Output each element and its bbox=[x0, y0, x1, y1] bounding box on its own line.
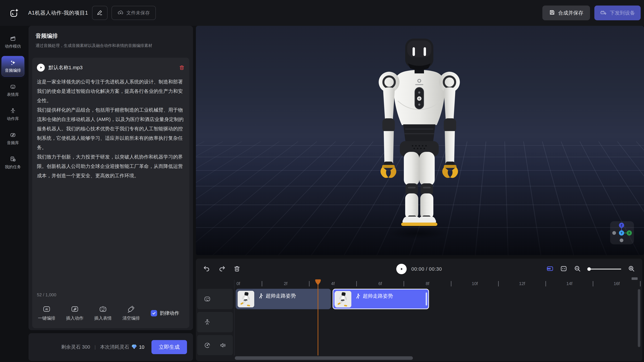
topbar: A1机器人动作-我的项目1 文件未保存 bbox=[0, 0, 644, 26]
axis-y-label: Y bbox=[621, 232, 622, 234]
ruler-mark: 12f bbox=[519, 281, 525, 286]
zoom-in-icon[interactable] bbox=[628, 265, 635, 273]
sidebar-label: 动作库 bbox=[7, 116, 19, 121]
brush-clear-icon bbox=[127, 305, 135, 314]
music-box-icon bbox=[71, 305, 79, 314]
playhead-handle[interactable] bbox=[314, 279, 322, 286]
insert-clip-icon[interactable] bbox=[546, 265, 554, 273]
file-unsaved-label: 文件未保存 bbox=[126, 10, 150, 16]
sidebar-item-expression-library[interactable]: 表情库 bbox=[2, 80, 24, 100]
timeline-zoom-slider[interactable] bbox=[588, 266, 621, 272]
sidebar-item-motion-mimic[interactable]: 动作模仿 bbox=[2, 32, 24, 52]
expand-clip-icon[interactable] bbox=[560, 265, 567, 273]
ruler-mark: 10f bbox=[472, 281, 478, 286]
delete-clip-button[interactable] bbox=[234, 265, 240, 273]
ruler-mark bbox=[309, 281, 310, 286]
pencil-icon bbox=[97, 9, 103, 16]
redo-button[interactable] bbox=[218, 265, 226, 273]
generate-now-button[interactable]: 立即生成 bbox=[152, 340, 187, 354]
svg-text:AI: AI bbox=[45, 308, 48, 311]
track-expression[interactable] bbox=[197, 289, 233, 309]
ruler-mark: 4f bbox=[331, 281, 335, 286]
axis-x-label: X bbox=[628, 232, 630, 234]
tool-label: 清空编排 bbox=[122, 315, 140, 321]
audio-arrange-panel: 音频编排 通过音频处理，生成音频素材以及融合动作和表情的音频编排素材 默认名称1… bbox=[28, 26, 193, 330]
play-button[interactable] bbox=[396, 264, 407, 274]
script-text[interactable]: 这是一家全球领先的公司专注于先进机器人系统的设计、制造和部署我们的使命是通过智能… bbox=[37, 77, 185, 292]
insert-expression-button[interactable]: 插入表情 bbox=[94, 305, 112, 321]
playhead-line bbox=[318, 280, 318, 356]
app-logo-icon[interactable] bbox=[7, 6, 22, 20]
save-compose-label: 合成并保存 bbox=[558, 9, 583, 16]
ruler-scrollbar[interactable] bbox=[632, 277, 638, 280]
ruler-mark: 16f bbox=[614, 281, 620, 286]
ruler-mark: 8f bbox=[426, 281, 429, 286]
ruler-mark bbox=[498, 281, 499, 286]
wink-face-icon bbox=[204, 296, 211, 302]
file-unsaved-button[interactable]: 文件未保存 bbox=[112, 6, 156, 20]
audio-file-row: 默认名称1.mp3 bbox=[37, 62, 185, 73]
sidebar: 动作模仿 音频编排 表情库 动作库 音频库 bbox=[0, 26, 26, 362]
slider-track bbox=[588, 269, 621, 270]
timeline-vertical-scrollbar[interactable] bbox=[638, 289, 640, 347]
audio-play-button[interactable] bbox=[37, 64, 45, 71]
panel-title: 音频编排 bbox=[36, 32, 58, 40]
timeline-horizontal-scrollbar[interactable] bbox=[235, 356, 413, 360]
music-box-icon bbox=[10, 132, 16, 139]
undo-button[interactable] bbox=[203, 265, 210, 273]
clip-trim-handle-left[interactable] bbox=[334, 293, 336, 306]
clip-trim-handle-right[interactable] bbox=[426, 293, 427, 306]
panel-subtitle: 通过音频处理，生成音频素材以及融合动作和表情的音频编排素材 bbox=[36, 43, 152, 48]
sidebar-item-audio-arrange[interactable]: 音频编排 bbox=[2, 56, 24, 76]
track-audio[interactable] bbox=[197, 335, 233, 355]
person-icon bbox=[10, 108, 16, 114]
track-rail-divider bbox=[234, 280, 234, 356]
delete-audio-button[interactable] bbox=[179, 65, 185, 70]
humanoid-robot[interactable] bbox=[365, 35, 473, 226]
robot-shadow bbox=[379, 225, 456, 241]
save-compose-button[interactable]: 合成并保存 bbox=[542, 5, 590, 20]
checkbox-checked-icon bbox=[151, 310, 157, 317]
track-motion[interactable] bbox=[197, 312, 233, 332]
gem-icon bbox=[131, 344, 137, 350]
char-counter: 52 / 1,000 bbox=[37, 292, 185, 298]
ruler-mark bbox=[640, 281, 641, 286]
sparkles-icon bbox=[10, 59, 16, 66]
axis-neg-z-dot bbox=[620, 239, 623, 242]
ruler-mark: 6f bbox=[378, 281, 382, 286]
ruler-mark bbox=[451, 281, 452, 286]
sidebar-label: 音频库 bbox=[7, 140, 19, 145]
rhythm-motion-toggle[interactable]: 韵律动作 bbox=[151, 310, 179, 317]
robot-face-icon bbox=[10, 84, 16, 90]
axis-gizmo[interactable]: Z Y X bbox=[610, 221, 634, 245]
deploy-to-device-button[interactable]: 下发到设备 bbox=[594, 5, 641, 20]
clip-thumbnail bbox=[335, 291, 351, 308]
walking-icon bbox=[355, 293, 361, 299]
one-key-arrange-button[interactable]: AI 一键编排 bbox=[38, 305, 55, 321]
floppy-icon bbox=[549, 9, 555, 16]
clip-label: 超帅走路姿势 bbox=[363, 293, 393, 300]
clear-arrangement-button[interactable]: 清空编排 bbox=[122, 305, 140, 321]
sidebar-item-audio-library[interactable]: 音频库 bbox=[2, 128, 24, 149]
zoom-out-icon[interactable] bbox=[574, 265, 581, 273]
timeline-controls: 00:00 / 00:30 bbox=[196, 259, 642, 279]
timeline-clip-selected[interactable]: 超帅走路姿势 bbox=[332, 289, 429, 309]
timeline-clip[interactable]: 超帅走路姿势 bbox=[236, 289, 331, 309]
ruler-mark bbox=[404, 281, 404, 286]
task-clock-icon bbox=[10, 156, 16, 163]
rhythm-motion-label: 韵律动作 bbox=[160, 310, 179, 317]
slider-thumb[interactable] bbox=[587, 267, 591, 271]
sidebar-item-motion-library[interactable]: 动作库 bbox=[2, 104, 24, 125]
axis-neg-x-dot bbox=[612, 231, 616, 235]
timeline-ruler[interactable]: 0f2f4f6f8f10f12f14f16f bbox=[234, 279, 642, 288]
project-title: A1机器人动作-我的项目1 bbox=[28, 9, 88, 16]
ruler-mark bbox=[356, 281, 357, 286]
rename-project-button[interactable] bbox=[92, 6, 108, 20]
insert-motion-button[interactable]: 插入动作 bbox=[66, 305, 84, 321]
sidebar-label: 动作模仿 bbox=[5, 43, 21, 49]
cost-gems: 本次消耗灵石 10 bbox=[100, 344, 144, 351]
deploy-to-device-label: 下发到设备 bbox=[610, 9, 635, 16]
robot-download-icon bbox=[600, 9, 607, 16]
sidebar-item-my-tasks[interactable]: 我的任务 bbox=[2, 152, 24, 173]
viewport-3d[interactable]: Z Y X bbox=[196, 26, 644, 255]
